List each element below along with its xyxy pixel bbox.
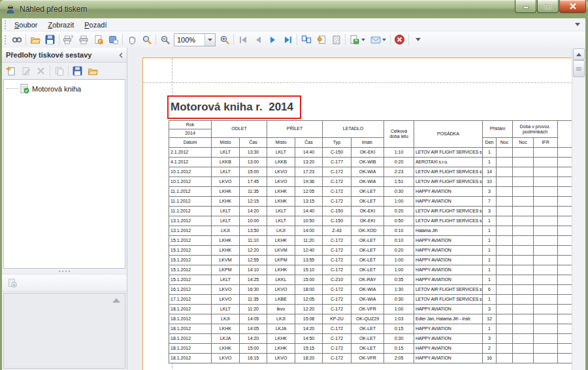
table-cell: LKJI [267, 314, 295, 324]
print-options-icon[interactable]: ? [61, 33, 76, 47]
toolbar-grip[interactable] [4, 35, 7, 45]
find-icon[interactable] [9, 33, 24, 47]
table-cell: LKVO [212, 354, 240, 363]
previous-page-icon[interactable] [250, 33, 265, 47]
panel-scroll-up-icon[interactable] [112, 298, 120, 303]
table-cell: 1:00 [384, 256, 414, 265]
table-cell: OK-WIA [351, 295, 384, 305]
table-cell [534, 236, 558, 246]
table-cell: C-172 [323, 285, 351, 295]
zoom-level-value[interactable]: 100% [174, 36, 204, 44]
sidebar-splitter[interactable] [2, 269, 127, 274]
table-cell: OK-VFR [351, 305, 384, 314]
scrollbar-thumb[interactable] [573, 60, 585, 77]
menubar-grip[interactable] [4, 20, 7, 30]
save-icon[interactable] [42, 33, 57, 47]
page-setup-icon[interactable] [91, 33, 106, 47]
last-page-icon[interactable] [280, 33, 295, 47]
zoom-out-icon[interactable] [157, 33, 172, 47]
report-document-icon [20, 84, 29, 93]
multi-page-view-icon[interactable] [299, 33, 314, 47]
watermark-icon[interactable] [314, 33, 329, 47]
zoom-tool-icon[interactable] [139, 33, 154, 47]
table-cell: C-172 [323, 354, 351, 363]
report-info-icon[interactable] [5, 276, 20, 290]
table-cell: C-177 [323, 158, 351, 167]
table-cell [534, 197, 558, 207]
table-cell: 16.1.2012 [169, 285, 212, 295]
scroll-up-icon[interactable] [573, 48, 585, 60]
zoom-level-combobox[interactable]: 100% [174, 33, 216, 46]
table-cell [497, 305, 513, 314]
close-button[interactable] [559, 0, 586, 13]
collapse-sidebar-icon[interactable] [119, 52, 123, 58]
table-cell: 18.1.2012 [169, 354, 212, 363]
table-cell [534, 344, 558, 354]
sidebar-toolbar [2, 63, 127, 79]
minimize-button[interactable] [515, 0, 536, 13]
zoom-level-dropdown-icon[interactable] [204, 34, 215, 46]
edit-template-icon[interactable] [18, 64, 33, 78]
table-cell: LKHK [267, 265, 295, 275]
toolbar-overflow-icon[interactable] [410, 33, 425, 47]
selected-title-component[interactable]: Motorová kniha r. 2014 [167, 95, 301, 119]
table-cell: 1 [483, 324, 497, 334]
table-cell: 12:15 [240, 197, 267, 207]
table-cell: C-172 [323, 305, 351, 314]
page-hatch-icon[interactable] [329, 33, 344, 47]
open-icon[interactable] [27, 33, 42, 47]
save-template-icon[interactable] [70, 64, 85, 78]
title-bar[interactable]: Náhled před tiskem [0, 0, 588, 18]
table-cell: LKKB [212, 158, 240, 167]
zoom-in-icon[interactable] [217, 33, 232, 47]
svg-text:?: ? [71, 35, 73, 39]
table-cell: LKVO [267, 177, 295, 187]
table-cell: 1:00 [384, 265, 414, 275]
table-cell: HAPPY AVIATION [414, 246, 483, 256]
table-row: 2.1.2012LKLT13:30LKLT14:40C-150OK-EKI1:1… [169, 148, 584, 158]
table-cell: LKHK [212, 236, 240, 246]
table-cell: LETOV AIR FLIGHT SERVICES s.r.o. [414, 216, 483, 226]
delete-template-icon[interactable] [33, 64, 48, 78]
print-icon[interactable] [76, 33, 91, 47]
table-cell: LKLT [267, 148, 295, 158]
table-cell [497, 187, 513, 197]
table-row: 13.1.2012LKJI13:50LKJI14:00Z-43OK-XOD0:1… [169, 226, 584, 236]
table-cell: 17:45 [240, 177, 267, 187]
table-cell: 11.1.2012 [169, 207, 212, 216]
table-cell [497, 344, 513, 354]
scale-view-icon[interactable] [106, 33, 121, 47]
table-cell [497, 275, 513, 285]
table-cell: 13:15 [295, 197, 323, 207]
table-cell: 13:50 [240, 226, 267, 236]
menu-overflow-icon[interactable] [575, 23, 580, 26]
tree-item-motorova-kniha[interactable]: Motorová kniha [7, 84, 81, 93]
report-table-body: 2.1.2012LKLT13:30LKLT14:40C-150OK-EKI1:1… [169, 148, 584, 363]
sidebar-header: Předlohy tiskové sestavy [2, 48, 127, 63]
table-cell: C-150 [323, 216, 351, 226]
vertical-scrollbar[interactable] [572, 48, 585, 370]
pan-hand-icon[interactable] [124, 33, 139, 47]
copy-template-icon[interactable] [52, 64, 67, 78]
table-cell [497, 148, 513, 158]
menu-zobrazit[interactable]: Zobrazit [42, 20, 79, 30]
table-cell [534, 354, 558, 363]
export-icon[interactable] [347, 33, 368, 47]
next-page-icon[interactable] [265, 33, 280, 47]
menu-pozadi[interactable]: Pozadí [79, 20, 112, 30]
new-template-icon[interactable] [3, 64, 18, 78]
table-cell [534, 275, 558, 285]
open-template-icon[interactable] [85, 64, 100, 78]
table-cell: LKHK [267, 187, 295, 197]
first-page-icon[interactable] [235, 33, 250, 47]
table-cell: OK-VFR [351, 354, 384, 363]
header-prilet-cas: Čas [295, 138, 323, 148]
maximize-button[interactable] [537, 0, 559, 13]
header-doba-v-provoz-podminkach: Doba v provoz. podmínkách [513, 121, 558, 138]
table-cell: 1 [483, 226, 497, 236]
menu-soubor[interactable]: Soubor [9, 20, 42, 30]
table-cell: 13:30 [240, 148, 267, 158]
send-email-icon[interactable] [368, 33, 389, 47]
table-cell: LKLT [212, 216, 240, 226]
close-preview-icon[interactable] [392, 33, 407, 47]
